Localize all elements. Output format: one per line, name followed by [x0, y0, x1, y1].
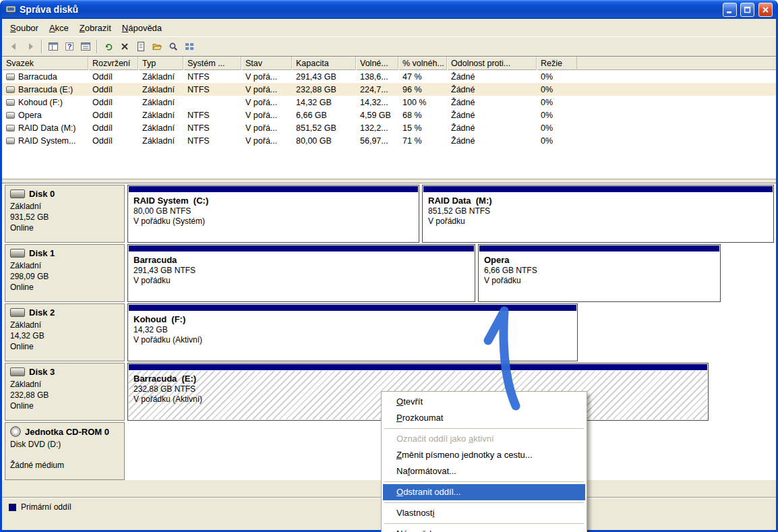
volume-row-kohoud[interactable]: Kohoud (F:) Oddíl Základní V pořá... 14,…	[2, 96, 776, 109]
column-header-rozvrzeni[interactable]: Rozvržení	[88, 57, 138, 70]
disk-size: 14,32 GB	[10, 330, 119, 341]
column-header-odolnost[interactable]: Odolnost proti...	[447, 57, 537, 70]
views-icon	[184, 41, 195, 52]
cell-overhead: 0%	[537, 111, 577, 120]
menu-item-prozkoumat[interactable]: Prozkoumat	[383, 410, 585, 426]
partition-title: RAID Data (M:)	[428, 195, 768, 206]
disk-status: Online	[10, 282, 119, 293]
partition-barracuda[interactable]: Barracuda 291,43 GB NTFS V pořádku	[127, 244, 475, 302]
cell-layout: Oddíl	[88, 123, 138, 133]
open-folder-icon	[152, 41, 162, 52]
menu-akce[interactable]: Akce	[44, 21, 74, 35]
partition-color-bar	[129, 186, 418, 192]
cell-free: 224,7...	[356, 85, 398, 94]
search-button[interactable]	[165, 39, 181, 55]
partition-detail: 6,66 GB NTFS	[484, 266, 715, 276]
volume-table-header: Svazek Rozvržení Typ Systém ... Stav Kap…	[2, 57, 776, 70]
minimize-button[interactable]	[723, 3, 737, 17]
close-icon	[760, 5, 771, 15]
maximize-button[interactable]	[740, 3, 754, 17]
partition-kohoud-f[interactable]: Kohoud (F:) 14,32 GB V pořádku (Aktivní)	[127, 303, 578, 361]
show-console-tree-button[interactable]	[45, 39, 61, 55]
close-button[interactable]	[758, 3, 773, 17]
properties-button[interactable]	[133, 39, 149, 55]
help-button[interactable]: ?	[61, 39, 78, 55]
column-header-rezie[interactable]: Režie	[537, 57, 577, 70]
partition-raid-system-c[interactable]: RAID System (C:) 80,00 GB NTFS V pořádku…	[127, 185, 419, 243]
cdrom-info[interactable]: Jednotka CD-ROM 0 Disk DVD (D:) Žádné mé…	[5, 422, 125, 480]
disk-info-0[interactable]: Disk 0 Základní 931,52 GB Online	[5, 185, 125, 243]
column-header-system[interactable]: Systém ...	[183, 57, 241, 70]
column-header-pct-volneho[interactable]: % volnéh...	[398, 57, 447, 70]
cell-fs: NTFS	[183, 111, 241, 120]
menu-item-odstranit-oddil[interactable]: Odstranit oddíl...	[383, 484, 585, 500]
cell-type: Základní	[138, 98, 183, 107]
partition-color-bar	[129, 245, 474, 252]
export-list-button[interactable]	[78, 39, 94, 55]
disk-info-1[interactable]: Disk 1 Základní 298,09 GB Online	[5, 244, 125, 302]
menu-separator	[384, 481, 584, 482]
cell-capacity: 232,88 GB	[292, 85, 356, 94]
menu-napoveda[interactable]: Nápověda	[117, 21, 167, 35]
volume-row-raid-data[interactable]: RAID Data (M:) Oddíl Základní NTFS V poř…	[2, 121, 776, 134]
help-icon: ?	[64, 41, 75, 52]
disk-status: Online	[10, 341, 119, 352]
partition-title: Barracuda (E:)	[133, 373, 702, 384]
cell-fault-tolerance: Žádné	[447, 98, 537, 107]
cell-fs: NTFS	[183, 136, 241, 146]
cell-capacity: 851,52 GB	[292, 123, 356, 133]
disk-status: Online	[10, 401, 119, 411]
refresh-icon	[103, 41, 114, 52]
cell-fs: NTFS	[183, 123, 241, 133]
cell-free: 4,59 GB	[356, 111, 398, 120]
cell-type: Základní	[138, 123, 183, 133]
disk-type: Základní	[10, 260, 119, 271]
menu-soubor[interactable]: Soubor	[5, 21, 44, 35]
views-button[interactable]	[181, 39, 198, 55]
menu-separator	[384, 523, 584, 524]
cell-free: 14,32...	[356, 98, 398, 107]
menu-item-napoveda[interactable]: Nápověda	[383, 526, 585, 532]
disk-row-1: Disk 1 Základní 298,09 GB Online Barracu…	[5, 244, 774, 302]
delete-button[interactable]	[117, 39, 133, 55]
volume-name: RAID Data (M:)	[18, 123, 76, 133]
cell-pct-free: 15 %	[398, 123, 447, 133]
volume-list-pane: Svazek Rozvržení Typ Systém ... Stav Kap…	[2, 56, 776, 179]
maximize-icon	[742, 5, 752, 15]
open-folder-button[interactable]	[149, 39, 165, 55]
disk-type: Základní	[10, 201, 119, 212]
disk-info-2[interactable]: Disk 2 Základní 14,32 GB Online	[5, 303, 125, 361]
menu-item-zmenit-pismeno[interactable]: Změnit písmeno jednotky a cestu...	[383, 447, 585, 463]
title-bar[interactable]: Správa disků	[2, 0, 776, 19]
column-header-typ[interactable]: Typ	[138, 57, 183, 70]
forward-button[interactable]	[22, 39, 38, 55]
cdrom-icon	[10, 426, 21, 437]
column-header-volne[interactable]: Volné...	[356, 57, 398, 70]
cell-fault-tolerance: Žádné	[447, 85, 537, 94]
disk-icon	[10, 367, 25, 376]
menu-zobrazit[interactable]: Zobrazit	[74, 21, 117, 35]
partition-opera[interactable]: Opera 6,66 GB NTFS V pořádku	[478, 244, 721, 302]
cell-type: Základní	[138, 136, 183, 146]
cell-free: 138,6...	[356, 72, 398, 82]
menu-item-vlastnosti[interactable]: Vlastnosti	[383, 505, 585, 521]
column-header-svazek[interactable]: Svazek	[2, 57, 88, 70]
pane-splitter[interactable]	[2, 179, 776, 183]
volume-icon	[6, 138, 15, 144]
disk-icon	[10, 308, 25, 317]
menu-item-otevrit[interactable]: Otevřít	[383, 394, 585, 410]
disk-name: Disk 1	[29, 248, 55, 258]
volume-row-barracuda[interactable]: Barracuda Oddíl Základní NTFS V pořá... …	[2, 70, 776, 83]
column-header-kapacita[interactable]: Kapacita	[292, 57, 356, 70]
back-button[interactable]	[6, 39, 22, 55]
disk-info-3[interactable]: Disk 3 Základní 232,88 GB Online	[5, 363, 125, 421]
partition-raid-data-m[interactable]: RAID Data (M:) 851,52 GB NTFS V pořádku	[422, 185, 774, 243]
menu-item-naformatovat[interactable]: Naformátovat...	[383, 463, 585, 479]
volume-row-barracuda-e[interactable]: Barracuda (E:) Oddíl Základní NTFS V poř…	[2, 83, 776, 96]
volume-row-raid-system[interactable]: RAID System... Oddíl Základní NTFS V poř…	[2, 134, 776, 147]
refresh-button[interactable]	[100, 39, 117, 55]
column-header-stav[interactable]: Stav	[241, 57, 292, 70]
partition-color-bar	[129, 305, 576, 311]
volume-row-opera[interactable]: Opera Oddíl Základní NTFS V pořá... 6,66…	[2, 109, 776, 121]
cell-type: Základní	[138, 72, 183, 82]
